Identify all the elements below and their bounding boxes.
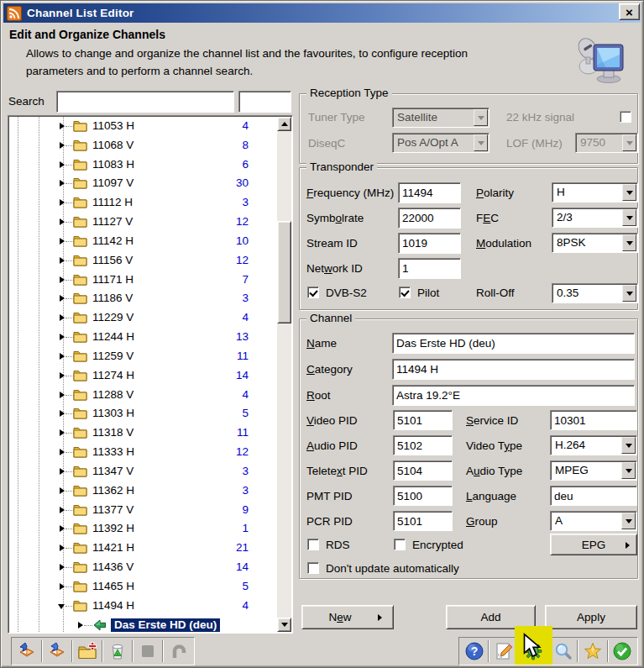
expander-icon[interactable]	[60, 449, 65, 455]
tree-item[interactable]: 11377 V 9	[9, 501, 277, 520]
undo-icon[interactable]	[165, 639, 191, 663]
expander-icon[interactable]	[60, 123, 65, 129]
tree-item[interactable]: 11127 V 12	[9, 213, 277, 232]
tree-item[interactable]: 11288 V 4	[9, 386, 277, 405]
expander-icon[interactable]	[60, 468, 65, 475]
frequency-input[interactable]	[398, 182, 461, 203]
close-icon[interactable]: ×	[619, 3, 640, 20]
language-input[interactable]	[550, 486, 637, 506]
help-icon[interactable]: ?	[462, 639, 486, 663]
tree-item[interactable]: 11494 H 4	[9, 597, 277, 616]
tuner-type-select[interactable]: Satellite	[392, 108, 490, 128]
expander-icon[interactable]	[60, 544, 65, 551]
polarity-select[interactable]: H	[552, 182, 638, 203]
tree-item[interactable]: 11229 V 4	[9, 308, 277, 328]
name-input[interactable]	[392, 333, 635, 354]
expander-icon[interactable]	[60, 218, 65, 225]
new-folder-icon[interactable]	[75, 639, 100, 663]
expander-icon[interactable]	[60, 314, 65, 321]
symbolrate-input[interactable]	[398, 208, 461, 229]
rds-checkbox[interactable]	[307, 539, 319, 550]
search-filter-input[interactable]	[238, 91, 291, 113]
expander-icon[interactable]	[60, 238, 65, 245]
channel-tree[interactable]: 11053 H 4 11068 V 8 11083 H 6 11097 V 30…	[8, 115, 293, 634]
tree-scrollbar[interactable]	[277, 117, 291, 632]
lof-select[interactable]: 9750	[575, 133, 638, 153]
expander-icon[interactable]	[60, 392, 65, 398]
expander-icon[interactable]	[60, 429, 65, 436]
stream-id-input[interactable]	[398, 233, 461, 254]
favourites-star-icon[interactable]	[580, 639, 605, 663]
chevron-down-icon[interactable]	[622, 285, 636, 302]
search-input[interactable]	[56, 91, 234, 113]
expander-icon[interactable]	[60, 199, 65, 206]
tree-item[interactable]: 11068 V 8	[9, 136, 277, 155]
search-icon[interactable]	[551, 639, 575, 663]
diseqc-select[interactable]: Pos A/Opt A	[392, 133, 490, 153]
scrollbar-thumb[interactable]	[277, 221, 291, 323]
expander-icon[interactable]	[60, 487, 65, 494]
expander-icon[interactable]	[60, 507, 65, 513]
tree-item[interactable]: 11053 H 4	[9, 117, 277, 136]
tree-item[interactable]: 11333 H 12	[9, 443, 277, 462]
category-input[interactable]	[392, 359, 635, 380]
tree-item[interactable]: 11083 H 6	[9, 155, 277, 175]
tree-item[interactable]: 11097 V 30	[9, 174, 277, 193]
epg-button[interactable]: EPG	[550, 534, 637, 555]
tree-item[interactable]: 11318 V 11	[9, 423, 277, 443]
new-button[interactable]: New	[301, 605, 394, 629]
tree-item[interactable]: 11171 H 7	[9, 271, 277, 290]
fec-select[interactable]: 2/3	[552, 208, 638, 228]
dvbs2-checkbox[interactable]	[307, 287, 319, 298]
expander-icon[interactable]	[60, 334, 65, 340]
service-id-input[interactable]	[550, 410, 637, 430]
tree-item[interactable]: 11347 V 3	[9, 462, 277, 481]
tree-item[interactable]: 11465 H 5	[9, 577, 277, 597]
expander-icon[interactable]	[60, 410, 65, 417]
expander-icon[interactable]	[60, 525, 65, 532]
scroll-up-icon[interactable]	[277, 117, 291, 131]
audio-type-select[interactable]: MPEG	[550, 460, 637, 481]
chevron-down-icon[interactable]	[622, 184, 636, 201]
tree-item[interactable]: 11259 V 11	[9, 347, 277, 366]
chevron-down-icon[interactable]	[621, 513, 636, 529]
rolloff-select[interactable]: 0.35	[552, 283, 638, 303]
expander-icon[interactable]	[78, 622, 83, 629]
chevron-down-icon[interactable]	[622, 234, 636, 251]
pmt-pid-input[interactable]	[393, 486, 453, 506]
tree-item[interactable]: 11156 V 12	[9, 251, 277, 271]
teletext-pid-input[interactable]	[393, 460, 453, 481]
expander-icon[interactable]	[60, 353, 65, 360]
tree-item[interactable]: 11392 H 1	[9, 519, 277, 539]
expander-icon[interactable]	[60, 257, 65, 264]
ok-check-icon[interactable]	[610, 639, 635, 663]
stop-icon[interactable]	[135, 639, 160, 663]
reload-all-icon[interactable]	[45, 639, 70, 663]
tree-item[interactable]: 11112 H 3	[9, 193, 277, 213]
pcr-pid-input[interactable]	[393, 511, 453, 531]
chevron-down-icon[interactable]	[622, 209, 636, 226]
expander-icon[interactable]	[60, 180, 65, 187]
audio-pid-input[interactable]	[393, 435, 453, 455]
22khz-signal-checkbox[interactable]	[620, 111, 631, 123]
scroll-down-icon[interactable]	[277, 618, 291, 632]
tree-item[interactable]: 11186 V 3	[9, 289, 277, 308]
pilot-checkbox[interactable]	[399, 287, 411, 298]
expander-icon[interactable]	[58, 604, 65, 609]
group-select[interactable]: A	[550, 511, 637, 531]
edit-icon[interactable]	[491, 639, 516, 663]
network-id-input[interactable]	[398, 258, 461, 279]
tree-item[interactable]: 11362 H 3	[9, 481, 277, 501]
title-bar[interactable]: Channel List Editor	[3, 3, 641, 23]
video-pid-input[interactable]	[393, 410, 453, 430]
expander-icon[interactable]	[60, 161, 65, 168]
chevron-down-icon[interactable]	[474, 109, 488, 126]
chevron-down-icon[interactable]	[474, 134, 488, 151]
tree-item[interactable]: 11244 H 13	[9, 328, 277, 347]
modulation-select[interactable]: 8PSK	[552, 233, 638, 253]
root-input[interactable]	[392, 385, 635, 406]
tree-item[interactable]: 11303 H 5	[9, 404, 277, 423]
dont-update-checkbox[interactable]	[307, 562, 319, 574]
expander-icon[interactable]	[60, 372, 65, 379]
chevron-down-icon[interactable]	[621, 437, 636, 454]
